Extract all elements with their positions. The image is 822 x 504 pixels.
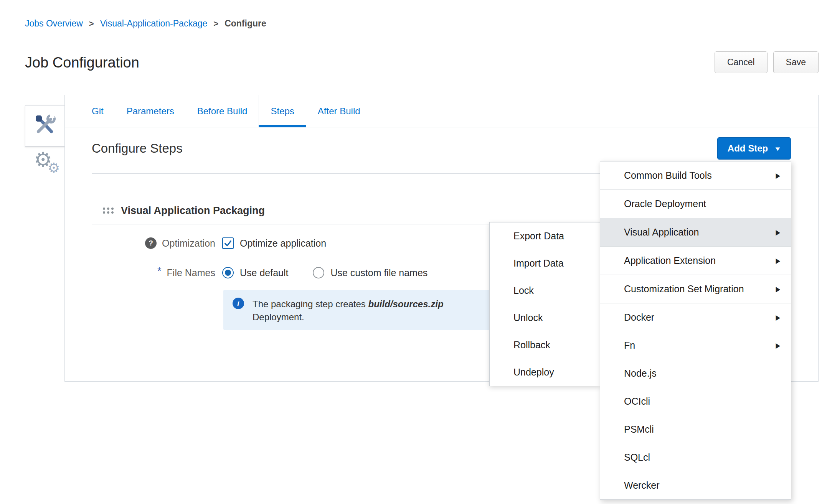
menu-item-nodejs[interactable]: Node.js — [600, 359, 791, 387]
breadcrumb-separator-icon: > — [213, 19, 218, 29]
radio-selected-icon — [222, 267, 234, 278]
tab-steps[interactable]: Steps — [259, 95, 306, 127]
tab-parameters[interactable]: Parameters — [115, 95, 186, 127]
visual-application-submenu: Export Data Import Data Lock Unlock Roll… — [489, 222, 600, 386]
step-section-header: Visual Application Packaging — [92, 199, 265, 222]
chevron-right-icon: ▶ — [776, 313, 780, 322]
menu-item-psmcli[interactable]: PSMcli — [600, 415, 791, 443]
breadcrumb: Jobs Overview > Visual-Application-Packa… — [25, 18, 266, 29]
chevron-right-icon: ▶ — [776, 228, 780, 237]
packaging-file-name: build/sources.zip — [368, 299, 444, 309]
breadcrumb-separator-icon: > — [89, 19, 94, 29]
submenu-item-unlock[interactable]: Unlock — [490, 304, 600, 331]
menu-item-wercker[interactable]: Wercker — [600, 471, 791, 499]
menu-item-ocicli[interactable]: OCIcli — [600, 387, 791, 415]
required-asterisk: * — [157, 267, 162, 275]
tab-bar: Git Parameters Before Build Steps After … — [65, 95, 818, 127]
drag-handle-icon[interactable] — [102, 207, 114, 214]
optimize-application-label: Optimize application — [240, 238, 326, 249]
menu-item-application-extension[interactable]: Application Extension ▶ — [600, 247, 791, 275]
save-button[interactable]: Save — [773, 51, 819, 73]
use-default-label: Use default — [240, 267, 288, 278]
menu-item-docker[interactable]: Docker ▶ — [600, 303, 791, 331]
chevron-right-icon: ▶ — [776, 171, 780, 180]
packaging-info-text: The packaging step creates build/sources… — [253, 298, 444, 322]
steps-header: Configure Steps Add Step ▼ — [92, 137, 791, 160]
tab-before-build[interactable]: Before Build — [186, 95, 259, 127]
page-title: Job Configuration — [25, 54, 139, 71]
add-step-button[interactable]: Add Step ▼ — [717, 137, 791, 160]
submenu-item-export-data[interactable]: Export Data — [490, 222, 600, 250]
step-section-title: Visual Application Packaging — [121, 205, 265, 217]
submenu-item-rollback[interactable]: Rollback — [490, 331, 600, 359]
chevron-right-icon: ▶ — [776, 341, 780, 350]
info-icon: i — [233, 298, 244, 309]
radio-use-default[interactable]: Use default — [222, 267, 288, 278]
breadcrumb-configure: Configure — [224, 18, 266, 29]
menu-item-customization-set-migration[interactable]: Customization Set Migration ▶ — [600, 275, 791, 303]
menu-item-fn[interactable]: Fn ▶ — [600, 331, 791, 359]
sidebar-item-settings[interactable]: ⚙ ⚙ — [34, 150, 64, 183]
submenu-item-lock[interactable]: Lock — [490, 277, 600, 304]
submenu-item-undeploy[interactable]: Undeploy — [490, 359, 600, 386]
tab-after-build[interactable]: After Build — [306, 95, 372, 127]
header-buttons: Cancel Save — [715, 51, 819, 73]
optimization-row: ? Optimization Optimize application — [92, 236, 326, 251]
menu-item-visual-application[interactable]: Visual Application ▶ — [600, 218, 791, 246]
tab-git[interactable]: Git — [80, 95, 115, 127]
breadcrumb-jobs-overview[interactable]: Jobs Overview — [25, 18, 83, 29]
add-step-label: Add Step — [728, 143, 768, 154]
submenu-item-import-data[interactable]: Import Data — [490, 250, 600, 277]
chevron-down-icon: ▼ — [774, 145, 781, 152]
help-icon[interactable]: ? — [145, 237, 157, 249]
optimization-label: Optimization — [162, 238, 215, 249]
breadcrumb-visual-application-package[interactable]: Visual-Application-Package — [100, 18, 208, 29]
file-names-row: * File Names Use default Use custom file… — [92, 265, 428, 280]
menu-item-common-build-tools[interactable]: Common Build Tools ▶ — [600, 161, 791, 189]
optimize-application-checkbox[interactable] — [222, 237, 234, 249]
file-names-label: File Names — [167, 267, 215, 278]
cancel-button[interactable]: Cancel — [715, 51, 768, 73]
radio-use-custom-file-names[interactable]: Use custom file names — [313, 267, 428, 278]
use-custom-file-names-label: Use custom file names — [330, 267, 428, 278]
menu-item-sqlcl[interactable]: SQLcl — [600, 443, 791, 471]
chevron-right-icon: ▶ — [776, 256, 780, 265]
add-step-menu: Common Build Tools ▶ Oracle Deployment V… — [600, 161, 791, 500]
gear-icon: ⚙ — [48, 161, 60, 175]
tools-icon — [34, 114, 56, 138]
chevron-right-icon: ▶ — [776, 285, 780, 293]
radio-unselected-icon — [313, 267, 324, 278]
menu-item-oracle-deployment[interactable]: Oracle Deployment — [600, 190, 791, 218]
sidebar-item-configure-tools[interactable] — [25, 105, 65, 147]
steps-heading: Configure Steps — [92, 141, 183, 156]
